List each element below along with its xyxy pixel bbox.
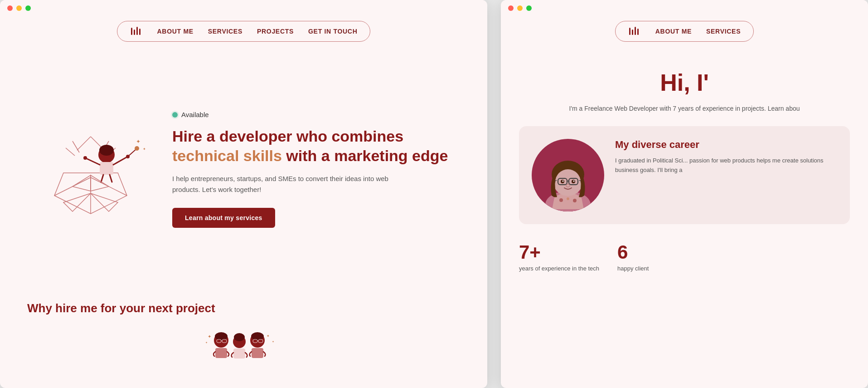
nav-services[interactable]: SERVICES xyxy=(208,28,242,35)
title-bar-left xyxy=(0,0,487,16)
nav-services-right[interactable]: SERVICES xyxy=(706,28,741,35)
about-card: My diverse career I graduated in Politic… xyxy=(519,126,850,224)
stat-clients-label: happy client xyxy=(617,265,649,272)
svg-point-70 xyxy=(563,181,564,182)
stat-experience: 7+ years of experience in the tech xyxy=(519,241,599,272)
available-text: Available xyxy=(181,111,209,118)
why-title: Why hire me for your next project xyxy=(27,301,451,315)
svg-rect-52 xyxy=(635,27,636,35)
svg-rect-0 xyxy=(131,28,132,35)
stat-clients-number: 6 xyxy=(617,241,649,263)
svg-rect-51 xyxy=(632,29,633,35)
hero-subtitle: I help entrepreneurs, startups, and SMEs… xyxy=(172,173,390,195)
svg-text:✦: ✦ xyxy=(205,341,208,344)
svg-line-27 xyxy=(128,149,136,157)
team-illustration: ✦ ✦ ✦ ✦ xyxy=(27,324,451,379)
maximize-button-right[interactable] xyxy=(526,5,532,11)
career-description: My diverse career I graduated in Politic… xyxy=(615,139,837,175)
svg-line-18 xyxy=(113,157,127,165)
svg-point-32 xyxy=(215,332,228,340)
nav-contact[interactable]: GET IN TOUCH xyxy=(308,28,357,35)
svg-text:✦: ✦ xyxy=(143,147,146,151)
close-button[interactable] xyxy=(7,5,13,11)
career-title: My diverse career xyxy=(615,139,837,151)
svg-line-17 xyxy=(86,158,100,165)
hero-title: Hire a developer who combines technical … xyxy=(172,127,451,165)
svg-rect-1 xyxy=(134,29,135,35)
nav-projects[interactable]: PROJECTS xyxy=(257,28,294,35)
svg-marker-24 xyxy=(91,175,109,191)
available-badge: Available xyxy=(172,111,451,118)
svg-rect-39 xyxy=(233,349,245,359)
nav-about-right[interactable]: ABOUT ME xyxy=(655,28,692,35)
svg-text:✦: ✦ xyxy=(136,138,141,145)
svg-line-22 xyxy=(110,175,112,182)
minimize-button-right[interactable] xyxy=(517,5,523,11)
avatar xyxy=(532,139,604,211)
available-indicator xyxy=(172,112,178,118)
hero-title-line1: Hire a developer who combines xyxy=(172,128,403,145)
svg-point-71 xyxy=(573,181,575,182)
svg-line-12 xyxy=(66,148,75,156)
svg-rect-45 xyxy=(252,348,263,358)
svg-rect-50 xyxy=(629,28,630,35)
svg-point-62 xyxy=(555,169,581,195)
learn-services-button[interactable]: Learn about my services xyxy=(172,208,275,228)
svg-point-15 xyxy=(99,145,114,156)
nav-logo-right[interactable] xyxy=(628,26,641,37)
hero-title-line3b: with a marketing edge xyxy=(286,147,448,164)
hero-illustration: ✦ ✦ xyxy=(27,105,154,234)
navbar-left: ABOUT ME SERVICES PROJECTS GET IN TOUCH xyxy=(0,16,487,51)
nav-about[interactable]: ABOUT ME xyxy=(157,28,194,35)
hero-section: ✦ ✦ Available Hire a developer who combi… xyxy=(0,51,487,292)
navbar-right: ABOUT ME SERVICES xyxy=(501,16,868,51)
svg-rect-36 xyxy=(215,348,227,358)
title-bar-right xyxy=(501,0,868,16)
svg-text:✦: ✦ xyxy=(267,334,270,338)
left-browser-window: ABOUT ME SERVICES PROJECTS GET IN TOUCH xyxy=(0,0,487,388)
hero-content: Available Hire a developer who combines … xyxy=(172,111,451,228)
stat-clients: 6 happy client xyxy=(617,241,649,272)
svg-rect-53 xyxy=(637,29,639,35)
right-page-content: Hi, I' I'm a Freelance Web Developer wit… xyxy=(501,51,868,290)
stat-experience-number: 7+ xyxy=(519,241,599,263)
stats-row: 7+ years of experience in the tech 6 hap… xyxy=(519,237,850,276)
close-button-right[interactable] xyxy=(508,5,514,11)
svg-line-21 xyxy=(101,175,103,182)
svg-text:✦: ✦ xyxy=(208,334,211,339)
svg-point-57 xyxy=(567,197,569,200)
nav-logo[interactable] xyxy=(130,26,143,37)
svg-point-38 xyxy=(234,333,245,341)
svg-rect-3 xyxy=(139,29,141,35)
svg-line-10 xyxy=(73,141,79,152)
minimize-button[interactable] xyxy=(16,5,22,11)
svg-point-41 xyxy=(251,332,264,340)
why-section: Why hire me for your next project xyxy=(0,292,487,388)
svg-point-58 xyxy=(573,199,577,202)
intro-paragraph: I'm a Freelance Web Developer with 7 yea… xyxy=(519,103,850,113)
stat-experience-label: years of experience in the tech xyxy=(519,265,599,272)
right-browser-window: ABOUT ME SERVICES Hi, I' I'm a Freelance… xyxy=(501,0,868,388)
svg-rect-2 xyxy=(136,27,138,35)
svg-marker-23 xyxy=(73,175,91,191)
svg-point-19 xyxy=(83,156,87,160)
svg-point-56 xyxy=(559,198,563,202)
maximize-button[interactable] xyxy=(25,5,31,11)
career-text: I graduated in Political Sci... passion … xyxy=(615,156,837,175)
svg-text:✦: ✦ xyxy=(272,340,274,343)
svg-rect-16 xyxy=(100,162,113,175)
nav-container: ABOUT ME SERVICES PROJECTS GET IN TOUCH xyxy=(117,21,371,42)
greeting-title: Hi, I' xyxy=(519,69,850,96)
svg-point-28 xyxy=(135,146,139,151)
nav-container-right: ABOUT ME SERVICES xyxy=(615,21,754,42)
hero-title-highlight: technical skills xyxy=(172,147,282,164)
svg-line-8 xyxy=(77,137,91,150)
